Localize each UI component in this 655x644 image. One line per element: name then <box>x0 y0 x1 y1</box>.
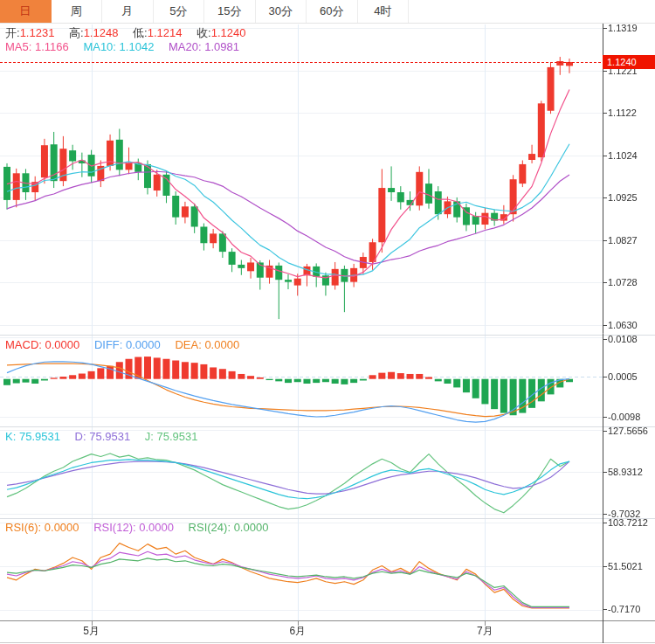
macd-axis-label: 0.0005 <box>608 371 638 382</box>
tab-15min[interactable]: 15分 <box>204 0 256 23</box>
tab-week[interactable]: 周 <box>52 0 103 23</box>
rsi12-value: 0.0000 <box>139 521 174 534</box>
ma5-label: MA5: <box>5 40 31 53</box>
price-axis-label: 1.1319 <box>608 23 638 33</box>
low-value: 1.1214 <box>148 26 183 39</box>
current-price-tag: 1.1240 <box>603 55 655 69</box>
x-axis-month-label: 7月 <box>477 624 493 639</box>
ma5-value: 1.1166 <box>35 40 69 53</box>
ma10-value: 1.1042 <box>120 40 155 53</box>
price-axis-label: 1.0827 <box>608 235 638 246</box>
rsi24-label: RSI(24): <box>189 521 231 534</box>
tab-60min[interactable]: 60分 <box>307 0 358 23</box>
tab-30min[interactable]: 30分 <box>256 0 307 23</box>
close-value: 1.1240 <box>211 26 246 39</box>
rsi6-value: 0.0000 <box>45 521 79 534</box>
k-label: K: <box>5 430 16 443</box>
x-axis-month-label: 5月 <box>83 624 100 639</box>
ohlc-readout: 开:1.1231 高:1.1248 低:1.1214 收:1.1240 <box>5 26 257 39</box>
kdj-readout: K: 75.9531 D: 75.9531 J: 75.9531 <box>5 430 210 443</box>
price-axis-label: 1.0728 <box>608 277 638 287</box>
macd-readout: MACD: 0.0000 DIFF: 0.0000 DEA: 0.0000 <box>5 338 251 351</box>
kdj-axis-label: 58.9312 <box>608 467 643 477</box>
low-label: 低: <box>133 26 148 39</box>
j-value: 75.9531 <box>157 430 198 443</box>
timeframe-tabbar: 日周月5分15分30分60分4时 <box>0 0 655 24</box>
rsi12-label: RSI(12): <box>93 521 135 534</box>
macd-value: 0.0000 <box>45 338 80 351</box>
ma20-label: MA20: <box>169 40 202 53</box>
high-label: 高: <box>69 26 84 39</box>
rsi6-label: RSI(6): <box>5 521 41 534</box>
open-value: 1.1231 <box>20 26 55 39</box>
ma-readout: MA5: 1.1166 MA10: 1.1042 MA20: 1.0981 <box>5 40 251 53</box>
tab-4hour[interactable]: 4时 <box>358 0 410 23</box>
price-axis-label: 1.0925 <box>608 192 638 203</box>
open-label: 开: <box>5 26 20 39</box>
rsi-readout: RSI(6): 0.0000 RSI(12): 0.0000 RSI(24): … <box>5 521 279 534</box>
ma20-value: 1.0981 <box>204 40 239 53</box>
rsi-axis-label: -0.7170 <box>608 604 640 614</box>
high-value: 1.1248 <box>84 26 119 39</box>
d-label: D: <box>75 430 86 443</box>
price-axis-label: 1.0630 <box>608 320 638 330</box>
rsi-axis-label: 51.5021 <box>608 561 643 571</box>
rsi-axis-label: 103.7212 <box>608 517 648 528</box>
tab-day[interactable]: 日 <box>0 0 52 23</box>
dea-label: DEA: <box>175 338 201 351</box>
diff-value: 0.0000 <box>126 338 161 351</box>
macd-label: MACD: <box>5 338 42 351</box>
tab-month[interactable]: 月 <box>102 0 154 23</box>
price-axis-label: 1.1024 <box>608 150 638 161</box>
kdj-axis-label: 127.5656 <box>608 426 648 436</box>
diff-label: DIFF: <box>94 338 123 351</box>
k-value: 75.9531 <box>19 430 60 443</box>
macd-axis-label: -0.0098 <box>608 412 640 422</box>
j-label: J: <box>145 430 154 443</box>
rsi24-value: 0.0000 <box>234 521 269 534</box>
macd-axis-label: 0.0108 <box>608 334 638 344</box>
price-axis-label: 1.1122 <box>608 107 637 118</box>
tab-5min[interactable]: 5分 <box>154 0 205 23</box>
dea-value: 0.0000 <box>204 338 239 351</box>
x-axis-month-label: 6月 <box>289 624 306 639</box>
candlestick-canvas[interactable] <box>0 0 655 644</box>
close-label: 收: <box>196 26 211 39</box>
d-value: 75.9531 <box>89 430 130 443</box>
ma10-label: MA10: <box>83 40 116 53</box>
